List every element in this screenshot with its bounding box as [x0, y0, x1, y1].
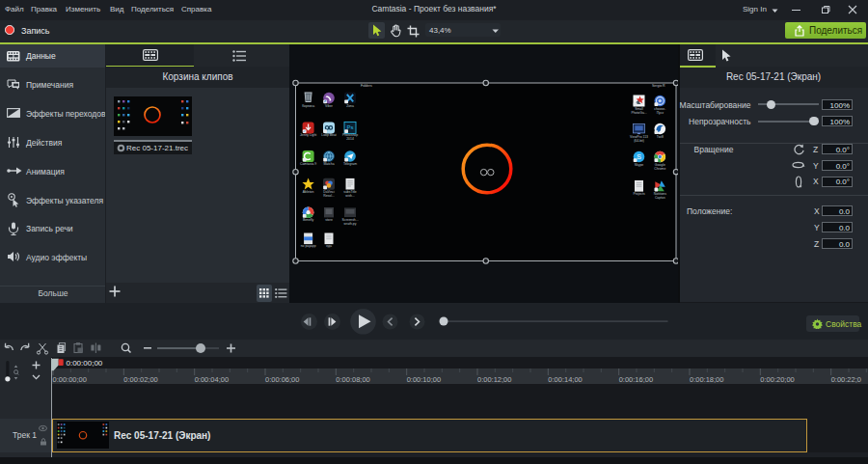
svg-text:0:00:12;00: 0:00:12;00	[477, 375, 511, 384]
svg-text:Matcha: Matcha	[323, 162, 334, 166]
svg-text:Ableton: Ableton	[303, 190, 314, 194]
svg-text:Viber: Viber	[325, 104, 334, 108]
svg-text:store: store	[325, 218, 333, 222]
svg-text:no payapp: no payapp	[301, 244, 316, 248]
svg-text:Folders: Folders	[361, 84, 372, 88]
svg-text:Skype: Skype	[635, 163, 644, 167]
svg-text:Jenny Light: Jenny Light	[300, 133, 316, 137]
svg-text:0:00:04;00: 0:00:04;00	[195, 375, 229, 384]
svg-text:Sergio R: Sergio R	[652, 84, 665, 88]
svg-text:0:00:02;00: 0:00:02;00	[123, 375, 157, 384]
svg-text:Projects: Projects	[633, 192, 645, 196]
svg-text:0:00:10;00: 0:00:10;00	[407, 375, 441, 384]
svg-text:0:00:20;00: 0:00:20;00	[760, 375, 794, 384]
svg-text:Captus: Captus	[655, 196, 665, 200]
svg-text:0:00:18;00: 0:00:18;00	[690, 375, 723, 384]
svg-text:Resol...: Resol...	[323, 194, 335, 198]
svg-text:Twi8: Twi8	[657, 135, 664, 139]
svg-text:PhotoGa...: PhotoGa...	[631, 111, 646, 115]
svg-text:Chrome: Chrome	[654, 167, 665, 171]
svg-text:0:00:14;00: 0:00:14;00	[548, 375, 582, 384]
svg-text:Telegram: Telegram	[343, 162, 357, 166]
svg-text:wish...: wish...	[345, 194, 355, 198]
svg-text:S: S	[637, 153, 641, 160]
svg-text:0:00:06;00: 0:00:06;00	[265, 375, 299, 384]
svg-text:Zona: Zona	[346, 104, 354, 108]
svg-text:0:00:08;00: 0:00:08;00	[336, 375, 369, 384]
svg-text:wrath.py: wrath.py	[344, 222, 357, 226]
svg-text:Корзина: Корзина	[302, 104, 314, 108]
svg-text:Loop Beat: Loop Beat	[321, 133, 337, 137]
svg-text:0:00:16;00: 0:00:16;00	[619, 375, 653, 384]
svg-text:еда: еда	[326, 244, 332, 248]
svg-text:0:00:00;00: 0:00:00;00	[53, 375, 87, 384]
svg-text:Benefly: Benefly	[303, 218, 314, 222]
svg-text:2014: 2014	[346, 137, 354, 141]
svg-text:0:00:22;0: 0:00:22;0	[831, 375, 861, 384]
svg-text:Пуск: Пуск	[657, 111, 665, 115]
svg-text:(64-bit): (64-bit)	[634, 139, 644, 143]
svg-text:Camtasia 9: Camtasia 9	[300, 162, 316, 166]
